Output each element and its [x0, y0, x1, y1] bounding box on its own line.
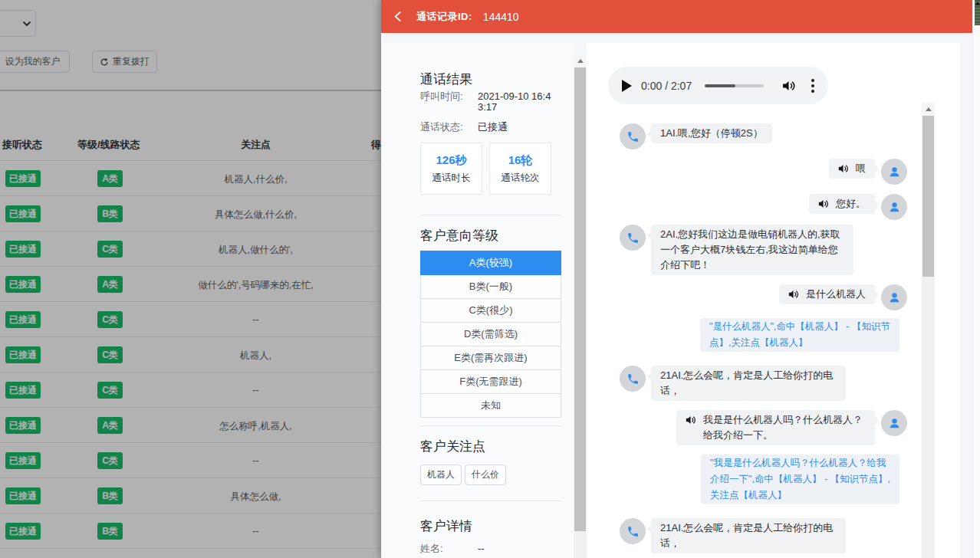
play-icon[interactable] — [622, 80, 632, 92]
chat-scrollbar-thumb[interactable] — [922, 116, 934, 277]
stat-duration-label: 通话时长 — [421, 172, 482, 185]
audio-progress-bar[interactable] — [705, 84, 764, 87]
section-divider — [420, 501, 561, 501]
message-text: 喂 — [856, 161, 866, 176]
chat-message-user: 我是是什么机器人吗？什么机器人？给我介绍一下。 — [620, 410, 907, 445]
chat-message-user: 是什么机器人 — [620, 284, 907, 310]
message-bubble: 我是是什么机器人吗？什么机器人？给我介绍一下。 — [676, 410, 875, 445]
call-status-label: 通话状态: — [420, 122, 478, 133]
section-divider — [420, 425, 561, 426]
call-record-drawer: 通话记录ID: 144410 通话结果 呼叫时间: 2021-09-10 16:… — [381, 0, 972, 558]
message-bubble: 21AI.怎么会呢，肯定是人工给你打的电话， — [651, 366, 846, 401]
audio-progress-played — [705, 84, 735, 87]
hit-annotation-text: "是什么机器人",命中【机器人】 - 【知识节点】,关注点【机器人】 — [700, 318, 899, 352]
back-icon[interactable] — [393, 11, 402, 21]
stat-rounds-label: 通话轮次 — [490, 172, 551, 185]
phone-icon — [626, 231, 640, 245]
chat-message-ai: 1AI.喂,您好（停顿2S） — [620, 123, 907, 149]
audio-time: 0:00 / 2:07 — [641, 80, 692, 92]
name-value: -- — [478, 543, 554, 554]
volume-icon[interactable] — [782, 80, 795, 92]
name-label: 姓名: — [420, 543, 478, 554]
chat-message-ai: 21AI.怎么会呢，肯定是人工给你打的电话， — [620, 366, 907, 401]
call-status-value: 已接通 — [478, 122, 554, 133]
ai-avatar — [620, 123, 646, 149]
call-time-label: 呼叫时间: — [420, 91, 478, 113]
chat-transcript: 1AI.喂,您好（停顿2S）喂您好。2AI.您好我们这边是做电销机器人的,获取一… — [587, 107, 922, 558]
message-text: 您好。 — [836, 196, 866, 212]
intent-option[interactable]: F类(无需跟进) — [420, 369, 561, 394]
person-icon — [888, 201, 901, 214]
audio-menu-icon[interactable] — [811, 79, 814, 93]
message-bubble: 2AI.您好我们这边是做电销机器人的,获取一个客户大概7块钱左右,我这边简单给您… — [651, 225, 853, 275]
ai-avatar — [620, 366, 646, 392]
stat-duration: 126秒 通话时长 — [420, 143, 482, 195]
message-bubble: 21AI.怎么会呢，肯定是人工给你打的电话， — [651, 518, 846, 553]
info-panel-scrollbar-thumb[interactable] — [574, 67, 586, 531]
ai-avatar — [620, 225, 646, 251]
message-text: 我是是什么机器人吗？什么机器人？给我介绍一下。 — [703, 412, 866, 443]
user-avatar — [881, 159, 907, 185]
focus-tags: 机器人什么价 — [420, 464, 561, 485]
drawer-title: 通话记录ID: — [416, 10, 472, 24]
phone-icon — [626, 130, 640, 143]
message-text: 是什么机器人 — [806, 287, 866, 302]
focus-heading: 客户关注点 — [420, 440, 561, 454]
user-avatar — [881, 194, 907, 220]
call-info-panel: 通话结果 呼叫时间: 2021-09-10 16:43:17 通话状态: 已接通… — [383, 43, 574, 558]
intent-option[interactable]: E类(需再次跟进) — [420, 346, 561, 370]
person-icon — [888, 166, 901, 179]
chat-message-user: 您好。 — [620, 194, 907, 220]
call-result-heading: 通话结果 — [420, 73, 561, 87]
chat-hit-annotation: "是什么机器人",命中【机器人】 - 【知识节点】,关注点【机器人】 — [620, 318, 907, 352]
drawer-header: 通话记录ID: 144410 — [381, 0, 972, 33]
intent-option[interactable]: B类(一般) — [420, 274, 561, 299]
phone-icon — [626, 525, 640, 538]
ai-avatar — [620, 518, 646, 544]
audio-player[interactable]: 0:00 / 2:07 — [608, 67, 828, 104]
chat-message-ai: 21AI.怎么会呢，肯定是人工给你打的电话， — [620, 518, 907, 553]
chat-hit-annotation: "我是是什么机器人吗？什么机器人？给我介绍一下",命中【机器人】 - 【知识节点… — [620, 455, 907, 504]
call-record-id: 144410 — [483, 11, 519, 23]
window-scrollbar[interactable] — [972, 0, 980, 558]
call-time-value: 2021-09-10 16:43:17 — [478, 91, 554, 113]
person-icon — [888, 291, 901, 304]
person-icon — [888, 417, 901, 430]
intent-option[interactable]: D类(需筛选) — [420, 322, 561, 346]
info-panel-scrollbar[interactable] — [574, 54, 587, 558]
chat-message-user: 喂 — [620, 159, 907, 185]
speaker-icon[interactable] — [818, 199, 829, 209]
hit-annotation-text: "我是是什么机器人吗？什么机器人？给我介绍一下",命中【机器人】 - 【知识节点… — [701, 455, 899, 504]
stat-rounds-value: 16轮 — [490, 153, 551, 168]
phone-icon — [626, 373, 640, 386]
message-bubble: 是什么机器人 — [779, 284, 875, 304]
intent-option[interactable]: A类(较强) — [420, 251, 561, 275]
message-bubble: 1AI.喂,您好（停顿2S） — [651, 123, 772, 143]
user-avatar — [881, 410, 907, 436]
focus-tag[interactable]: 什么价 — [465, 464, 506, 485]
message-bubble: 您好。 — [809, 194, 875, 214]
intent-option[interactable]: 未知 — [420, 393, 561, 418]
speaker-icon[interactable] — [838, 163, 849, 174]
customer-detail-heading: 客户详情 — [420, 520, 561, 533]
scroll-up-button[interactable] — [574, 54, 587, 67]
focus-tag[interactable]: 机器人 — [420, 464, 462, 485]
chat-scroll-up-button[interactable] — [922, 103, 935, 116]
speaker-icon[interactable] — [788, 289, 799, 300]
user-avatar — [881, 284, 907, 310]
window-scrollbar-thumb[interactable] — [975, 0, 980, 25]
stat-rounds: 16轮 通话轮次 — [489, 143, 551, 195]
chat-message-ai: 2AI.您好我们这边是做电销机器人的,获取一个客户大概7块钱左右,我这边简单给您… — [620, 225, 907, 275]
intent-heading: 客户意向等级 — [420, 229, 561, 243]
intent-option[interactable]: C类(很少) — [420, 298, 561, 323]
intent-level-list: A类(较强)B类(一般)C类(很少)D类(需筛选)E类(需再次跟进)F类(无需跟… — [420, 251, 561, 418]
speaker-icon[interactable] — [686, 415, 696, 425]
section-divider — [420, 215, 561, 215]
chat-panel: 0:00 / 2:07 1AI.喂,您好（停顿2S）喂您好。2AI.您好我们这边… — [587, 43, 960, 558]
call-stats: 126秒 通话时长 16轮 通话轮次 — [420, 143, 561, 195]
message-bubble: 喂 — [829, 159, 875, 179]
chat-scrollbar[interactable] — [922, 103, 935, 558]
stat-duration-value: 126秒 — [421, 153, 482, 168]
